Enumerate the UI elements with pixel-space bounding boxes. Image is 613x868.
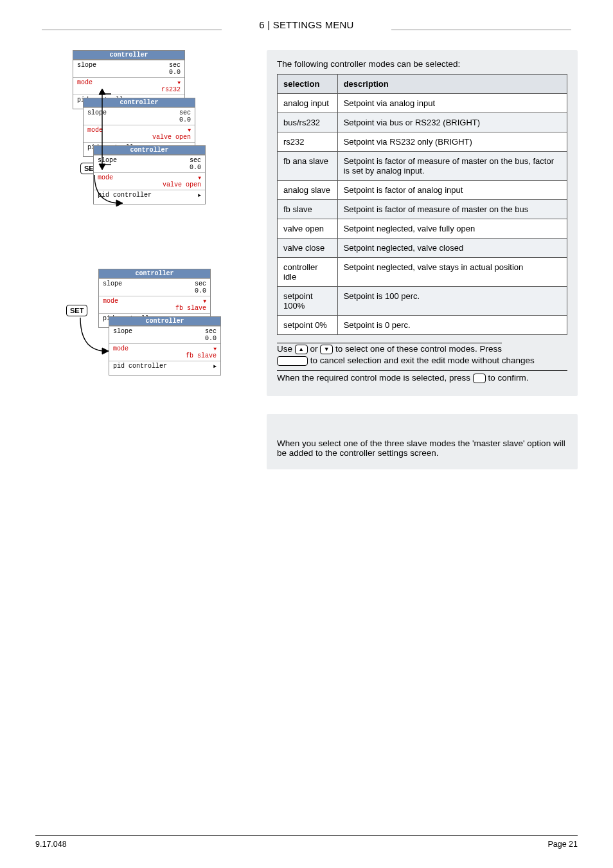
row-val: rs232	[161, 86, 181, 93]
cell: Setpoint is 0 perc.	[337, 316, 567, 335]
down-key-icon: ▼	[320, 345, 333, 354]
cell: analog slave	[278, 181, 338, 200]
row-val: valve open	[152, 134, 191, 141]
cell: Setpoint neglected, valve stays in actua…	[337, 258, 567, 287]
dropdown-icon: ▼	[177, 80, 181, 86]
modes-table: selection description analog inputSetpoi…	[277, 74, 567, 335]
cell: Setpoint via analog input	[337, 94, 567, 113]
header-rule-right	[391, 30, 571, 30]
cell: Setpoint is 100 perc.	[337, 287, 567, 316]
text: When the required control mode is select…	[277, 373, 473, 383]
cell: Setpoint neglected, valve closed	[337, 239, 567, 258]
blank-key-icon	[277, 356, 308, 366]
modes-explanation-block: The following controller modes can be se…	[267, 50, 578, 396]
cell: fb ana slave	[278, 152, 338, 181]
row-val-top: sec	[195, 280, 206, 287]
slave-mode-note: When you select one of the three slave m…	[277, 439, 567, 458]
row-label: slope	[103, 280, 122, 287]
row-val-bot: 0.0	[205, 335, 217, 342]
cell: bus/rs232	[278, 113, 338, 132]
text: to cancel selection and exit the edit mo…	[310, 356, 535, 365]
slave-mode-note-block: When you select one of the three slave m…	[267, 414, 578, 469]
row-val-bot: 0.0	[195, 287, 206, 294]
dropdown-icon: ▼	[188, 127, 191, 133]
panel-title: controller	[73, 51, 184, 60]
svg-marker-5	[116, 200, 123, 206]
modes-intro: The following controller modes can be se…	[277, 59, 567, 69]
row-label: mode	[77, 79, 93, 86]
row-label: slope	[113, 328, 132, 335]
chevron-right-icon: ▶	[213, 363, 217, 370]
blank-key-icon	[473, 374, 486, 383]
annotation-arrow-2	[91, 171, 123, 210]
text: to select one of these control modes. Pr…	[335, 344, 502, 354]
row-val: fb slave	[186, 352, 217, 359]
cell: Setpoint via bus or RS232 (BRIGHT)	[337, 113, 567, 132]
cell: Setpoint neglected, valve fully open	[337, 219, 567, 239]
row-label: mode	[113, 345, 129, 352]
row-val-top: sec	[179, 109, 191, 116]
cell: fb slave	[278, 200, 338, 219]
table-header-description: description	[337, 75, 567, 94]
cell: valve close	[278, 239, 338, 258]
cell: controller idle	[278, 258, 338, 287]
row-val-top: sec	[205, 328, 217, 335]
row-val: fb slave	[175, 305, 206, 312]
dropdown-icon: ▼	[213, 346, 217, 352]
instruction-select-mode: Use ▲ or ▼ to select one of these contro…	[277, 343, 567, 366]
cell: Setpoint is factor of measure of master …	[337, 152, 567, 181]
figure-slave-mode: SET controller slopesec0.0 mode▼fb slave…	[67, 269, 254, 397]
dropdown-icon: ▼	[198, 175, 201, 181]
footer-doc-id: 9.17.048	[35, 840, 67, 849]
text: to confirm.	[488, 373, 528, 383]
text: or	[310, 344, 321, 354]
annotation-arrow-1	[97, 89, 116, 172]
row-val-bot: 0.0	[179, 116, 191, 123]
controller-panel-2b: controller slopesec0.0 mode▼fb slave pid…	[109, 316, 221, 375]
row-val-bot: 0.0	[169, 69, 181, 76]
row-val-top: sec	[190, 157, 201, 164]
cell: rs232	[278, 132, 338, 152]
row-label: pid controller	[113, 363, 167, 370]
svg-marker-6	[102, 348, 109, 354]
table-header-selection: selection	[278, 75, 338, 94]
cell: setpoint 0%	[278, 316, 338, 335]
cell: analog input	[278, 94, 338, 113]
cell: Setpoint via RS232 only (BRIGHT)	[337, 132, 567, 152]
up-key-icon: ▲	[295, 345, 308, 354]
chevron-right-icon: ▶	[198, 192, 201, 199]
row-val: valve open	[163, 181, 201, 188]
cell: Setpoint is factor of measure of master …	[337, 200, 567, 219]
footer-page-number: Page 21	[547, 840, 578, 849]
page-header: 6 | SETTINGS MENU	[259, 19, 353, 30]
cell: valve open	[278, 219, 338, 239]
annotation-arrow-3	[76, 314, 109, 359]
cell: Setpoint is factor of analog input	[337, 181, 567, 200]
row-label: mode	[103, 298, 118, 305]
header-rule-left	[42, 30, 222, 30]
text: Use	[277, 344, 295, 354]
figure-controller-modes: 5x ▼ SET	[35, 50, 254, 237]
row-val-top: sec	[169, 62, 181, 69]
row-val-bot: 0.0	[190, 164, 201, 171]
row-label: slope	[77, 62, 96, 69]
dropdown-icon: ▼	[203, 298, 206, 304]
instruction-confirm: When the required control mode is select…	[277, 370, 567, 384]
panel-title: controller	[109, 317, 220, 326]
cell: setpoint 100%	[278, 287, 338, 316]
panel-title: controller	[99, 269, 210, 278]
